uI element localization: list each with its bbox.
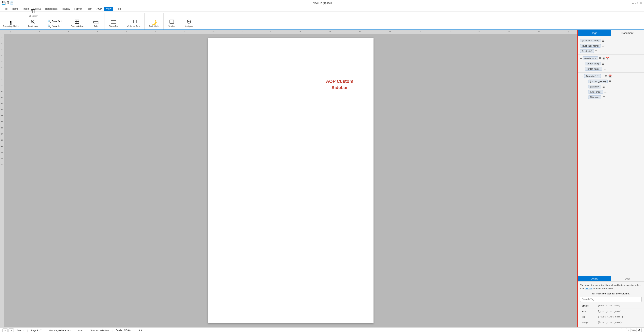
vertical-ruler: 1 2 3 4 5 6 7 8 9 10 11 12 13 14 15 16 1… [0, 34, 4, 327]
details-panel: Details Data The {cust_first_name} will … [578, 276, 644, 327]
loop-table-icon2[interactable]: ⊞ [605, 74, 608, 78]
tag-menu-icon[interactable]: ☰ [604, 90, 607, 94]
loop-chip-orders[interactable]: {#orders} ▾ [582, 56, 598, 60]
full-screen-button[interactable]: Full Screen [27, 8, 40, 18]
compact-view-label: Compact view [71, 25, 84, 28]
tag-menu-icon[interactable]: ☰ [602, 39, 604, 42]
menu-help[interactable]: Help [114, 7, 123, 11]
expand-orders-button[interactable]: ▾ [594, 57, 596, 60]
ruler-button[interactable]: Ruler [91, 19, 101, 28]
loop-chip-product[interactable]: {#product} ▾ [584, 74, 601, 78]
list-item[interactable]: {order_name} ☰ [578, 66, 644, 72]
tab-details[interactable]: Details [578, 276, 611, 281]
menu-references[interactable]: References [43, 7, 60, 11]
svg-rect-4 [75, 22, 77, 24]
tag-type-html: Html [580, 308, 596, 314]
status-bar-button[interactable]: Status Bar [108, 19, 120, 28]
zoom-level: 70% [631, 329, 636, 332]
status-bar-icon [111, 20, 116, 25]
tag-menu-icon[interactable]: ☰ [602, 62, 604, 65]
document-content: 1 2 3 4 5 6 7 8 9 10 11 12 13 14 15 16 1… [0, 34, 577, 327]
list-item[interactable]: {cust_first_name} ☰ [578, 38, 644, 43]
edit-mode: Edit [138, 329, 142, 332]
menu-view[interactable]: View [104, 7, 114, 11]
list-item[interactable]: {unit_price} ☰ [578, 89, 644, 94]
expand-product-button[interactable]: ▾ [597, 75, 599, 77]
zoom-in-status-button[interactable]: + [626, 328, 630, 332]
minimize-button[interactable]: 🗕 [631, 2, 634, 5]
collapse-tabs-button[interactable]: Collapse Tabs [126, 18, 142, 28]
menu-home[interactable]: Home [10, 7, 20, 11]
formatting-marks-label: Formatting Marks [3, 25, 18, 28]
compact-view-button[interactable]: Compact view [70, 18, 85, 28]
close-button[interactable]: ✕ [639, 2, 642, 5]
page-area[interactable]: AOP Custom Sidebar [4, 34, 577, 327]
tag-menu-icon[interactable]: ☰ [602, 44, 604, 48]
navigator-button[interactable]: Navigator [183, 18, 194, 28]
list-item[interactable]: {cust_city} ☰ [578, 48, 644, 54]
tag-chip-cust-first-name: {cust_first_name} [580, 39, 601, 42]
dark-mode-button[interactable]: 🌙 Dark Mode [148, 20, 160, 28]
sidebar-icon [169, 19, 174, 25]
loop-list-icon[interactable]: ☰ [599, 57, 602, 60]
loop-calendar-icon2[interactable]: 📅 [608, 74, 612, 78]
table-row[interactable]: Html {_cust_first_name} [580, 308, 642, 314]
tab-document[interactable]: Document [611, 30, 644, 36]
ribbon-group-dark-mode: 🌙 Dark Mode [148, 13, 164, 30]
tag-menu-icon[interactable]: ☰ [604, 68, 606, 70]
tag-menu-icon[interactable]: ☰ [609, 80, 611, 83]
zoom-in-button[interactable]: 🔍 Zoom In [46, 24, 63, 28]
all-tags-title: All Possible tags for the column. [580, 292, 642, 296]
ribbon-group-tabs: Collapse Tabs [126, 13, 145, 30]
zoom-reset-status-button[interactable]: ↺ [636, 328, 642, 332]
tag-menu-icon[interactable]: ☰ [595, 50, 598, 53]
tag-menu-icon[interactable]: ☰ [602, 96, 605, 99]
reset-zoom-icon [30, 19, 35, 25]
list-item[interactable]: {quantity} ☰ [578, 84, 644, 89]
formatting-marks-button[interactable]: ¶ Formatting Marks [2, 20, 20, 28]
collapse-product-button[interactable]: − [582, 74, 584, 78]
table-row[interactable]: Image {%cust_first_name} [580, 320, 642, 325]
loop-calendar-icon[interactable]: 📅 [606, 57, 609, 60]
collapse-orders-button[interactable]: − [580, 57, 582, 60]
tab-tags[interactable]: Tags [578, 30, 611, 36]
menu-form[interactable]: Form [84, 7, 94, 11]
zoom-out-status-button[interactable]: − [621, 328, 626, 332]
svg-rect-5 [77, 22, 79, 24]
loop-actions-orders: ☰ ⊞ 📅 [599, 57, 609, 60]
menu-file[interactable]: File [2, 7, 10, 11]
document-page[interactable]: AOP Custom Sidebar [208, 38, 374, 323]
menu-format[interactable]: Format [72, 7, 84, 11]
svg-rect-11 [111, 20, 116, 24]
svg-rect-6 [94, 21, 99, 23]
table-row[interactable]: Simple {cust_first_name} [580, 303, 642, 308]
reset-zoom-button[interactable]: Reset zoom [26, 18, 40, 28]
main-area: ◁ 12345 678910 1112131415 161718 ▷ 1 2 3… [0, 30, 644, 327]
next-page-button[interactable]: ▼ [8, 328, 14, 332]
ribbon-group-view-modes: Full Screen Reset zoom [26, 13, 43, 30]
list-item[interactable]: {%image} ☰ [578, 94, 644, 100]
zoom-out-button[interactable]: 🔍 Zoom Out [46, 19, 63, 24]
details-link[interactable]: this link [585, 287, 592, 290]
list-item[interactable]: {cust_last_name} ☰ [578, 43, 644, 48]
list-item[interactable]: − {#orders} ▾ ☰ ⊞ 📅 [578, 56, 644, 61]
table-row[interactable]: Md {_cust_first_name_} [580, 314, 642, 320]
document-area[interactable]: ◁ 12345 678910 1112131415 161718 ▷ 1 2 3… [0, 30, 577, 327]
tab-data[interactable]: Data [611, 276, 644, 281]
tag-menu-icon[interactable]: ☰ [602, 85, 605, 88]
list-item[interactable]: − {#product} ▾ ☰ ⊞ 📅 [578, 73, 644, 79]
menu-review[interactable]: Review [60, 7, 72, 11]
loop-table-icon[interactable]: ⊞ [602, 57, 605, 60]
maximize-button[interactable]: 🗗 [635, 2, 638, 5]
sidebar-top-tabs: Tags Document [578, 30, 644, 36]
sidebar-button[interactable]: Sidebar [167, 18, 176, 28]
loop-list-icon2[interactable]: ☰ [602, 74, 604, 78]
list-item[interactable]: {order_total} ☰ [578, 61, 644, 66]
prev-page-button[interactable]: ▲ [2, 328, 8, 332]
svg-rect-3 [77, 20, 79, 22]
menu-aop[interactable]: AOP [94, 7, 104, 11]
divider [578, 54, 644, 55]
sidebar-label: Sidebar [168, 25, 175, 28]
list-item[interactable]: {product_name} ☰ [578, 79, 644, 84]
search-tag-input[interactable] [580, 297, 642, 302]
